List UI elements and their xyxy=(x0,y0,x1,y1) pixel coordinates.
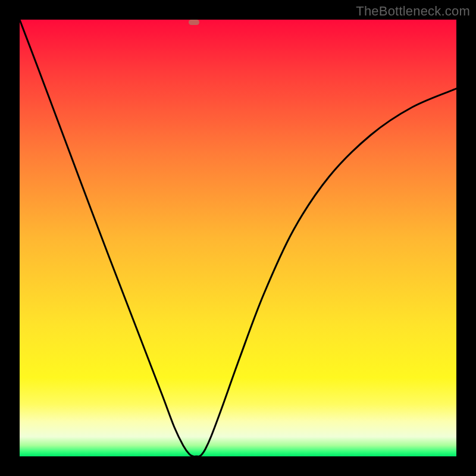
min-marker xyxy=(189,20,199,25)
chart-frame: TheBottleneck.com xyxy=(0,0,476,476)
plot-area xyxy=(20,20,456,456)
bottleneck-curve xyxy=(20,20,456,456)
watermark-text: TheBottleneck.com xyxy=(356,4,470,19)
